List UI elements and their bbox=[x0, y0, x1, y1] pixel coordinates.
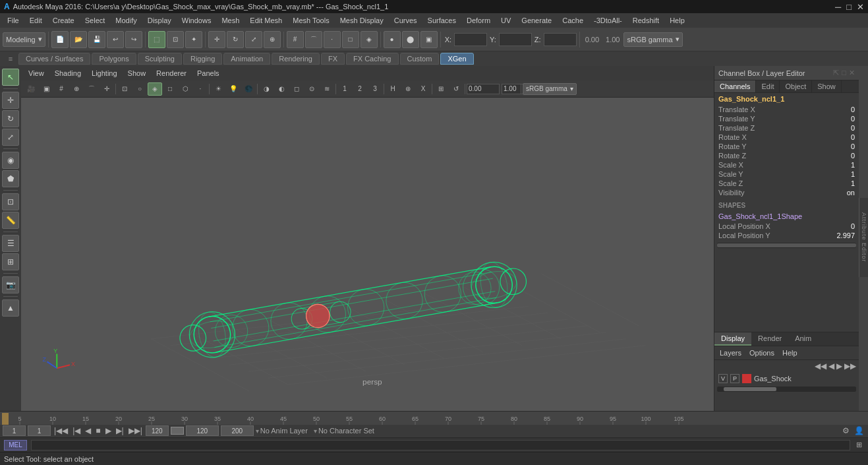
layers-menu[interactable]: Layers bbox=[717, 348, 744, 358]
mode-tab-animation[interactable]: Animation bbox=[223, 53, 270, 65]
vp-wireframe-on-shaded-btn[interactable]: ◈ bbox=[148, 82, 162, 96]
rotate-tool-button[interactable]: ↻ bbox=[227, 31, 244, 48]
mode-tab-polygons[interactable]: Polygons bbox=[92, 53, 136, 65]
menu-deform[interactable]: Deform bbox=[462, 15, 495, 26]
layer-p-toggle[interactable]: P bbox=[730, 374, 739, 383]
cb-tab-object[interactable]: Object bbox=[780, 80, 812, 92]
layer-scrollbar[interactable] bbox=[717, 387, 856, 392]
lighting-menu[interactable]: Lighting bbox=[87, 68, 122, 78]
menu-edit[interactable]: Edit bbox=[25, 15, 47, 26]
z-field[interactable] bbox=[544, 33, 577, 46]
vp-color-space-dropdown[interactable]: sRGB gamma ▾ bbox=[523, 83, 577, 95]
skip-to-end-button[interactable]: ▶▶| bbox=[127, 426, 144, 435]
vp-aa-btn[interactable]: ◻ bbox=[289, 82, 304, 96]
skip-to-start-button[interactable]: |◀◀ bbox=[53, 426, 69, 435]
minimize-button[interactable]: ─ bbox=[835, 2, 841, 12]
menu-uv[interactable]: UV bbox=[496, 15, 515, 26]
vp-camera-btn[interactable]: 🎥 bbox=[24, 82, 38, 96]
vp-isolate-btn[interactable]: ⊛ bbox=[401, 82, 415, 96]
cb-tab-show[interactable]: Show bbox=[812, 80, 842, 92]
rotate-left-btn[interactable]: ↻ bbox=[2, 110, 19, 127]
renderer-menu[interactable]: Renderer bbox=[152, 68, 191, 78]
panel-resize-icon[interactable]: ⇱ bbox=[833, 69, 839, 77]
vp-med-quality-btn[interactable]: 2 bbox=[353, 82, 367, 96]
layer-arrow-left[interactable]: ◀ bbox=[828, 361, 834, 371]
vp-ao-btn[interactable]: ◐ bbox=[274, 82, 289, 96]
paint-select-button[interactable]: ✦ bbox=[185, 31, 202, 48]
measure-btn[interactable]: 📏 bbox=[2, 212, 19, 229]
cb-value-scale-x[interactable]: 1 bbox=[828, 161, 855, 169]
command-input-area[interactable] bbox=[31, 440, 850, 450]
layer-tab-render[interactable]: Render bbox=[751, 332, 788, 346]
layer-arrow-right-right[interactable]: ▶▶ bbox=[844, 361, 856, 371]
vp-aa-2-btn[interactable]: ⊞ bbox=[434, 82, 448, 96]
panel-maximize-icon[interactable]: □ bbox=[842, 69, 846, 77]
timeline-end-value[interactable] bbox=[186, 425, 219, 436]
viewport[interactable]: persp X Y Z bbox=[21, 98, 714, 411]
vp-manip-btn[interactable]: ✛ bbox=[100, 82, 114, 96]
mel-indicator[interactable]: MEL bbox=[4, 440, 27, 450]
layer-v-toggle[interactable]: V bbox=[718, 374, 728, 383]
x-field[interactable] bbox=[454, 33, 487, 46]
menu-mesh-display[interactable]: Mesh Display bbox=[335, 15, 388, 26]
panels-menu[interactable]: Panels bbox=[192, 68, 224, 78]
scale-tool-button[interactable]: ⤢ bbox=[245, 31, 262, 48]
mode-tab-xgen[interactable]: XGen bbox=[440, 53, 473, 65]
menu-display[interactable]: Display bbox=[143, 15, 176, 26]
menu-curves[interactable]: Curves bbox=[390, 15, 422, 26]
script-editor-btn[interactable]: ⊞ bbox=[854, 441, 864, 449]
step-forward-button[interactable]: ▶| bbox=[115, 426, 125, 435]
vp-film-btn[interactable]: ▣ bbox=[39, 82, 53, 96]
new-scene-button[interactable]: 📄 bbox=[51, 31, 69, 48]
shading-menu[interactable]: Shading bbox=[50, 68, 86, 78]
timeline-start-frame[interactable] bbox=[3, 425, 26, 436]
mode-tab-curves-surfaces[interactable]: Curves / Surfaces bbox=[18, 53, 90, 65]
show-render-button[interactable]: ▣ bbox=[420, 31, 438, 48]
layer-tab-anim[interactable]: Anim bbox=[788, 332, 818, 346]
menu-mesh-tools[interactable]: Mesh Tools bbox=[288, 15, 333, 26]
layer-tab-display[interactable]: Display bbox=[714, 332, 751, 346]
cb-scrollbar[interactable] bbox=[717, 243, 856, 248]
snap-surface-button[interactable]: ◈ bbox=[361, 31, 378, 48]
play-forward-button[interactable]: ▶ bbox=[104, 426, 113, 435]
cb-value-rotate-y[interactable]: 0 bbox=[828, 142, 855, 150]
vp-use-default-btn[interactable]: 💡 bbox=[226, 82, 241, 96]
mode-tab-fx[interactable]: FX bbox=[321, 53, 345, 65]
cb-tab-channels[interactable]: Channels bbox=[714, 80, 756, 92]
redo-button[interactable]: ↪ bbox=[125, 31, 142, 48]
cb-value-rotate-x[interactable]: 0 bbox=[828, 133, 855, 141]
menu-generate[interactable]: Generate bbox=[517, 15, 556, 26]
sculpt-btn[interactable]: ⬟ bbox=[2, 170, 19, 187]
menu-3dtoall[interactable]: -3DtoAll- bbox=[589, 15, 627, 26]
snap-point-button[interactable]: · bbox=[324, 31, 341, 48]
timeline-char-btn[interactable]: 👤 bbox=[853, 426, 865, 435]
cb-value-scale-y[interactable]: 1 bbox=[828, 170, 855, 178]
cb-value-translate-x[interactable]: 0 bbox=[828, 106, 855, 113]
vp-sync-btn[interactable]: ↺ bbox=[449, 82, 463, 96]
cb-value-local-pos-y[interactable]: 2.997 bbox=[828, 232, 855, 239]
layer-arrow-left-left[interactable]: ◀◀ bbox=[815, 361, 826, 371]
options-menu[interactable]: Options bbox=[747, 348, 777, 358]
menu-cache[interactable]: Cache bbox=[558, 15, 588, 26]
mode-dropdown[interactable]: Modeling ▾ bbox=[3, 32, 45, 47]
menu-redshift[interactable]: Redshift bbox=[628, 15, 664, 26]
ipr-button[interactable]: ⬤ bbox=[402, 31, 419, 48]
vp-flat-btn[interactable]: □ bbox=[163, 82, 177, 96]
cb-value-scale-z[interactable]: 1 bbox=[828, 179, 855, 187]
render-button[interactable]: ● bbox=[384, 31, 401, 48]
menu-surfaces[interactable]: Surfaces bbox=[423, 15, 461, 26]
select-left-btn[interactable]: ↖ bbox=[2, 69, 19, 86]
vp-point-btn[interactable]: · bbox=[193, 82, 208, 96]
vp-hud-btn[interactable]: H bbox=[386, 82, 400, 96]
help-menu[interactable]: Help bbox=[780, 348, 800, 358]
undo-button[interactable]: ↩ bbox=[107, 31, 124, 48]
display-layers-btn[interactable]: ☰ bbox=[2, 235, 19, 252]
layer-arrow-right[interactable]: ▶ bbox=[836, 361, 842, 371]
show-menu[interactable]: Show bbox=[123, 68, 151, 78]
select-tool-button[interactable]: ⬚ bbox=[148, 31, 165, 48]
cb-value-translate-y[interactable]: 0 bbox=[828, 115, 855, 123]
snap-view-button[interactable]: □ bbox=[342, 31, 359, 48]
close-button[interactable]: ✕ bbox=[857, 2, 864, 12]
timeline-ruler[interactable]: 5 10 15 20 25 30 35 40 45 50 5 bbox=[0, 412, 868, 425]
snap-grid-button[interactable]: # bbox=[287, 31, 304, 48]
